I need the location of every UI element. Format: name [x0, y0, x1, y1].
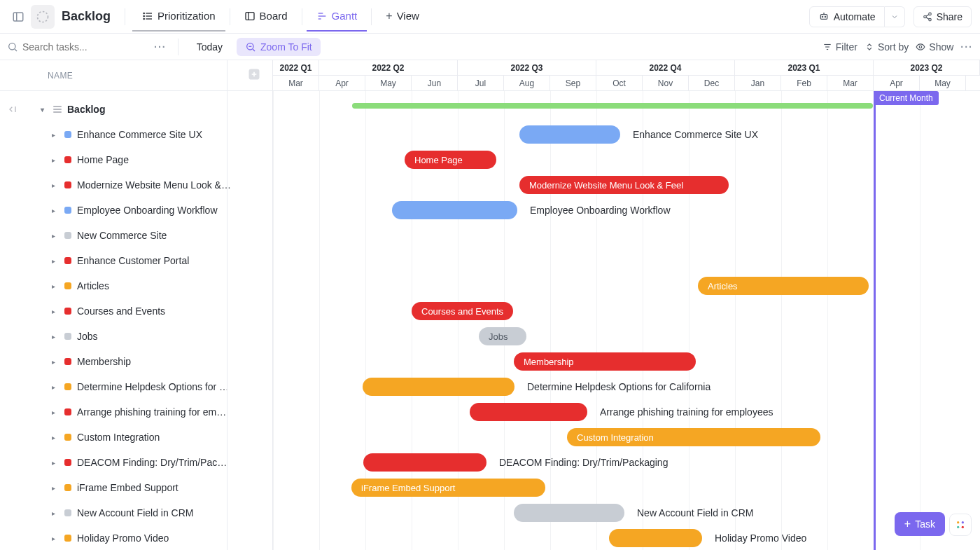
group-label: Backlog: [67, 104, 105, 115]
task-row[interactable]: ▸Articles: [0, 273, 272, 298]
task-name: Membership: [77, 356, 131, 367]
svg-line-26: [253, 49, 255, 51]
gantt-bar-label: Arrange phishing training for employees: [600, 403, 773, 421]
caret-right-icon: ▸: [52, 131, 59, 139]
divider: [125, 8, 125, 25]
new-task-button[interactable]: + Task: [895, 512, 945, 536]
gantt-bar[interactable]: Custom Integration: [567, 428, 820, 446]
status-square: [64, 383, 71, 390]
month-cell: Feb: [781, 76, 827, 91]
task-row[interactable]: ▸Enhance Customer Portal: [0, 248, 272, 273]
tab-gantt[interactable]: Gantt: [307, 1, 368, 32]
task-name: Modernize Website Menu Look & ...: [77, 179, 231, 191]
gantt-bar[interactable]: [363, 378, 514, 396]
svg-point-16: [825, 16, 825, 17]
sidebar-toggle-icon[interactable]: [8, 7, 28, 27]
status-square: [64, 156, 71, 163]
search-input[interactable]: [22, 41, 120, 53]
space-icon[interactable]: [31, 5, 55, 29]
quarter-cell: 2022 Q4: [596, 60, 735, 76]
task-name: Employee Onboarding Workflow: [77, 205, 218, 216]
status-square: [64, 181, 71, 188]
show-label: Show: [929, 41, 953, 53]
task-row[interactable]: ▸New Commerce Site: [0, 223, 272, 248]
status-square: [64, 509, 71, 516]
tab-prioritization[interactable]: Prioritization: [132, 1, 225, 32]
task-name: Determine Helpdesk Options for C...: [77, 381, 231, 392]
zoom-fit-icon: [245, 41, 256, 53]
gantt-bar[interactable]: [514, 504, 624, 522]
task-name: Courses and Events: [77, 305, 165, 317]
list-icon: [53, 106, 62, 113]
svg-point-37: [962, 521, 964, 523]
gantt-bar[interactable]: [363, 453, 486, 472]
task-row[interactable]: ▸Custom Integration: [0, 425, 272, 450]
search-options-icon[interactable]: ···: [154, 41, 167, 53]
gantt-bar[interactable]: Modernize Website Menu Look & Feel: [519, 176, 729, 194]
group-header-row[interactable]: ▾ Backlog: [0, 97, 272, 122]
gantt-bar[interactable]: Courses and Events: [412, 302, 513, 320]
task-row[interactable]: ▸Modernize Website Menu Look & ...: [0, 172, 272, 198]
search-wrap: [7, 41, 147, 53]
task-name: Holiday Promo Video: [77, 532, 169, 544]
task-row[interactable]: ▸New Account Field in CRM: [0, 500, 272, 525]
zoom-to-fit-button[interactable]: Zoom To Fit: [237, 38, 321, 56]
gantt-bar[interactable]: Articles: [698, 277, 869, 295]
tab-board[interactable]: Board: [234, 1, 298, 32]
gantt-bar[interactable]: Membership: [514, 352, 696, 371]
svg-point-39: [962, 526, 964, 528]
task-row[interactable]: ▸Employee Onboarding Workflow: [0, 198, 272, 223]
gantt-bar[interactable]: [609, 529, 702, 547]
caret-right-icon: ▸: [52, 408, 59, 416]
more-options-icon[interactable]: ···: [960, 41, 973, 53]
task-row[interactable]: ▸Jobs: [0, 324, 272, 349]
task-row[interactable]: ▸Enhance Commerce Site UX: [0, 122, 272, 147]
gantt-bar-label: New Account Field in CRM: [637, 504, 754, 522]
today-button[interactable]: Today: [190, 39, 230, 55]
task-row[interactable]: ▸Home Page: [0, 147, 272, 172]
svg-point-38: [957, 526, 959, 528]
gantt-bar[interactable]: [470, 403, 587, 421]
gantt-chart[interactable]: 2022 Q12022 Q22022 Q32022 Q42023 Q12023 …: [273, 60, 980, 550]
show-icon: [916, 42, 925, 52]
task-name: Home Page: [77, 154, 129, 165]
filter-label: Filter: [836, 41, 858, 53]
add-column-button[interactable]: [247, 67, 261, 83]
gantt-bar[interactable]: [392, 201, 517, 219]
task-row[interactable]: ▸iFrame Embed Support: [0, 475, 272, 500]
svg-point-8: [144, 18, 144, 19]
task-row[interactable]: ▸Membership: [0, 349, 272, 374]
automate-dropdown[interactable]: [885, 6, 905, 27]
month-cell: May: [365, 76, 412, 91]
gantt-bar[interactable]: Home Page: [405, 151, 496, 169]
filter-button[interactable]: Filter: [822, 41, 858, 53]
task-list: ▾ Backlog ▸Enhance Commerce Site UX▸Home…: [0, 91, 272, 550]
task-name: Jobs: [77, 331, 98, 342]
task-row[interactable]: ▸Arrange phishing training for empl...: [0, 399, 272, 425]
new-task-label: Task: [915, 518, 935, 530]
task-row[interactable]: ▸Courses and Events: [0, 298, 272, 324]
top-bar: Backlog Prioritization Board Gantt + Vie…: [0, 0, 980, 34]
tab-add-view[interactable]: + View: [376, 1, 429, 32]
month-cell: Oct: [596, 76, 643, 91]
share-icon: [923, 12, 932, 22]
gantt-bar[interactable]: iFrame Embed Support: [351, 479, 545, 497]
tab-label: Prioritization: [158, 10, 216, 22]
caret-right-icon: ▸: [52, 181, 59, 189]
sortby-button[interactable]: Sort by: [864, 41, 909, 53]
group-summary-bar[interactable]: [352, 103, 873, 109]
column-header: NAME: [0, 60, 272, 91]
show-button[interactable]: Show: [916, 41, 953, 53]
task-row[interactable]: ▸DEACOM Finding: Dry/Trim/Packa...: [0, 450, 272, 475]
automate-button[interactable]: Automate: [809, 6, 885, 27]
gantt-bar[interactable]: [519, 125, 620, 144]
gantt-bar[interactable]: Jobs: [479, 327, 526, 345]
status-square: [64, 131, 71, 138]
task-name: Articles: [77, 280, 109, 291]
apps-button[interactable]: [949, 514, 972, 536]
share-button[interactable]: Share: [913, 6, 972, 27]
status-square: [64, 434, 71, 441]
month-cell: Sep: [550, 76, 596, 91]
task-row[interactable]: ▸Determine Helpdesk Options for C...: [0, 374, 272, 399]
task-row[interactable]: ▸Holiday Promo Video: [0, 525, 272, 550]
